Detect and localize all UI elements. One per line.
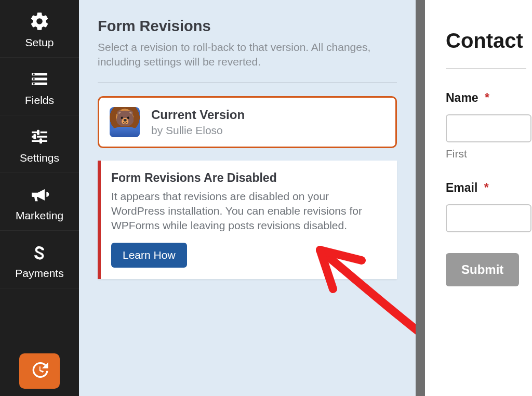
sliders-icon — [28, 125, 51, 149]
list-icon — [28, 67, 51, 91]
builder-sidebar: Setup Fields Settings Marketing Payments — [0, 0, 79, 396]
revisions-disabled-notice: Form Revisions Are Disabled It appears t… — [98, 161, 397, 279]
revision-title: Current Version — [151, 108, 245, 122]
panel-title: Form Revisions — [98, 18, 397, 35]
author-avatar — [110, 107, 140, 137]
sidebar-item-marketing[interactable]: Marketing — [0, 173, 79, 231]
sidebar-item-label: Settings — [20, 152, 59, 164]
divider — [98, 82, 397, 83]
sidebar-item-label: Marketing — [16, 209, 63, 222]
svg-point-1 — [33, 78, 35, 80]
required-mark: * — [484, 181, 489, 194]
sidebar-item-setup[interactable]: Setup — [0, 0, 79, 58]
notice-body: It appears that revisions are disabled o… — [111, 189, 383, 233]
learn-how-button[interactable]: Learn How — [111, 243, 187, 268]
form-preview: Contact Name * First Email * Submit — [425, 0, 532, 396]
revisions-panel: Form Revisions Select a revision to roll… — [79, 0, 416, 396]
revision-byline: by Sullie Eloso — [151, 124, 245, 137]
form-heading: Contact — [446, 29, 532, 52]
sidebar-footer — [0, 346, 79, 396]
field-sublabel-first: First — [446, 148, 532, 160]
svg-point-2 — [33, 83, 35, 85]
svg-rect-3 — [37, 130, 39, 135]
svg-rect-5 — [39, 138, 42, 143]
preview-divider — [446, 68, 526, 69]
submit-button[interactable]: Submit — [446, 253, 519, 286]
sidebar-item-label: Setup — [25, 36, 54, 49]
sidebar-item-settings[interactable]: Settings — [0, 115, 79, 173]
sidebar-item-label: Fields — [25, 94, 54, 107]
current-revision-card[interactable]: Current Version by Sullie Eloso — [98, 96, 397, 148]
sidebar-item-fields[interactable]: Fields — [0, 58, 79, 115]
name-first-input[interactable] — [446, 114, 531, 142]
field-label-name: Name * — [446, 91, 532, 105]
sidebar-item-label: Payments — [15, 267, 63, 280]
field-label-email: Email * — [446, 181, 532, 195]
history-icon — [29, 360, 50, 382]
required-mark: * — [485, 91, 489, 104]
notice-title: Form Revisions Are Disabled — [111, 171, 383, 185]
svg-point-0 — [33, 73, 35, 75]
revisions-history-button[interactable] — [19, 353, 60, 389]
svg-rect-4 — [33, 134, 36, 139]
panel-subtitle: Select a revision to roll-back to that v… — [98, 40, 397, 70]
megaphone-icon — [28, 182, 51, 206]
dollar-icon — [28, 240, 51, 264]
email-input[interactable] — [446, 204, 531, 232]
sidebar-item-payments[interactable]: Payments — [0, 231, 79, 288]
gear-icon — [28, 9, 51, 33]
